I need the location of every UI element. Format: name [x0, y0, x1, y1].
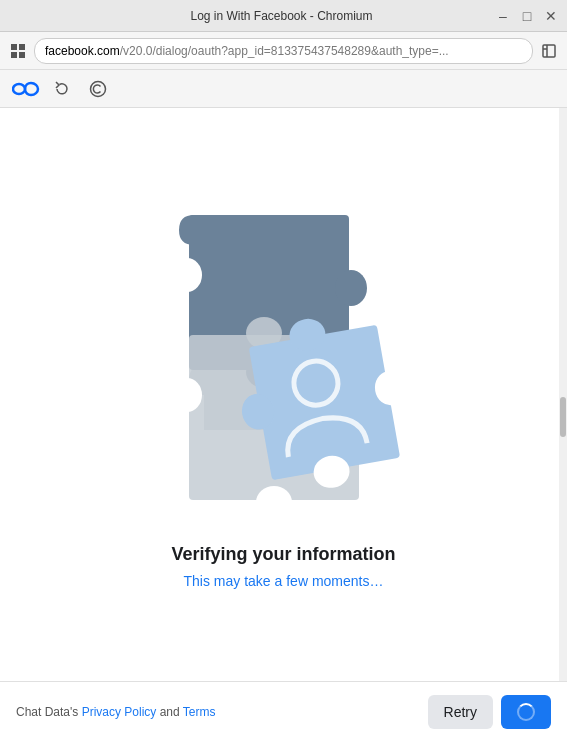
- svg-rect-0: [11, 44, 17, 50]
- terms-link[interactable]: Terms: [183, 705, 216, 719]
- copyright-icon[interactable]: [84, 75, 112, 103]
- footer: Chat Data's Privacy Policy and Terms Ret…: [0, 681, 567, 741]
- url-domain: facebook.com: [45, 44, 120, 58]
- tab-action-icon[interactable]: [539, 41, 559, 61]
- retry-button[interactable]: Retry: [428, 695, 493, 729]
- loading-button[interactable]: [501, 695, 551, 729]
- scrollbar-thumb[interactable]: [560, 397, 566, 437]
- svg-point-10: [172, 258, 202, 292]
- address-bar: facebook.com /v20.0/dialog/oauth?app_id=…: [0, 32, 567, 70]
- url-input[interactable]: facebook.com /v20.0/dialog/oauth?app_id=…: [34, 38, 533, 64]
- privacy-policy-link[interactable]: Privacy Policy: [82, 705, 157, 719]
- footer-prefix: Chat Data's: [16, 705, 82, 719]
- footer-links: Chat Data's Privacy Policy and Terms: [16, 705, 216, 719]
- svg-point-14: [172, 378, 202, 412]
- svg-point-5: [13, 84, 25, 94]
- svg-rect-1: [19, 44, 25, 50]
- window-title: Log in With Facebook - Chromium: [68, 9, 495, 23]
- svg-point-9: [335, 270, 367, 306]
- svg-rect-3: [19, 52, 25, 58]
- svg-point-15: [256, 486, 292, 518]
- toolbar: [0, 70, 567, 108]
- puzzle-illustration: [134, 200, 434, 520]
- site-icon: [8, 41, 28, 61]
- close-button[interactable]: ✕: [543, 8, 559, 24]
- svg-rect-2: [11, 52, 17, 58]
- verify-subtitle: This may take a few moments…: [184, 573, 384, 589]
- footer-buttons: Retry: [428, 695, 551, 729]
- minimize-button[interactable]: –: [495, 8, 511, 24]
- loading-spinner: [517, 703, 535, 721]
- window-controls: – □ ✕: [495, 8, 559, 24]
- maximize-button[interactable]: □: [519, 8, 535, 24]
- reload-icon[interactable]: [48, 75, 76, 103]
- title-bar: Log in With Facebook - Chromium – □ ✕: [0, 0, 567, 32]
- verify-title: Verifying your information: [171, 544, 395, 565]
- meta-logo-icon[interactable]: [12, 75, 40, 103]
- svg-rect-4: [543, 45, 555, 57]
- footer-and: and: [160, 705, 183, 719]
- main-content: Verifying your information This may take…: [0, 108, 567, 681]
- url-path: /v20.0/dialog/oauth?app_id=8133754375482…: [120, 44, 449, 58]
- scrollbar[interactable]: [559, 108, 567, 681]
